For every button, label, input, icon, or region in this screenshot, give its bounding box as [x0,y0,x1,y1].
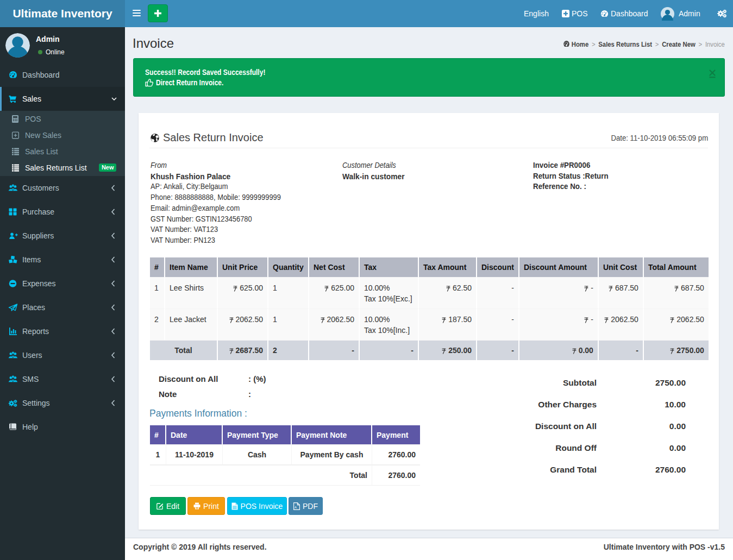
svg-text:A: A [295,506,297,509]
